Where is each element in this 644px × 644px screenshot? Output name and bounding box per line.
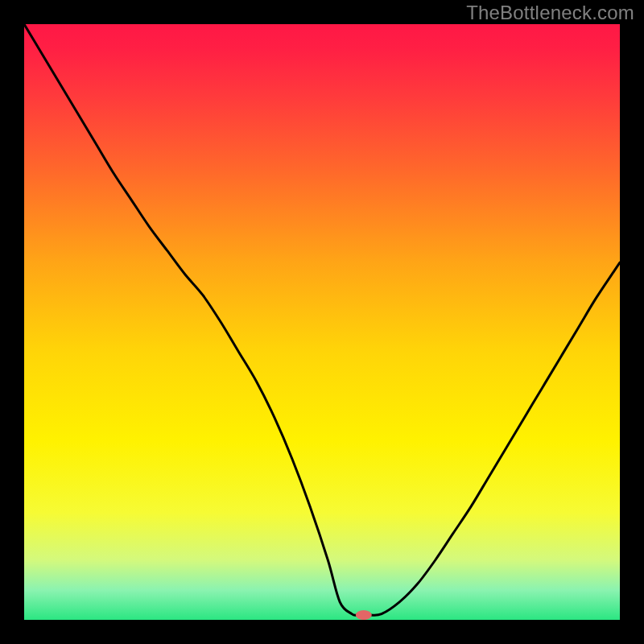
chart-frame: TheBottleneck.com	[0, 0, 644, 644]
bottleneck-chart	[24, 24, 620, 620]
gradient-background	[24, 24, 620, 620]
chart-svg	[24, 24, 620, 620]
watermark-text: TheBottleneck.com	[466, 2, 634, 24]
marker-optimal-point	[356, 610, 372, 620]
